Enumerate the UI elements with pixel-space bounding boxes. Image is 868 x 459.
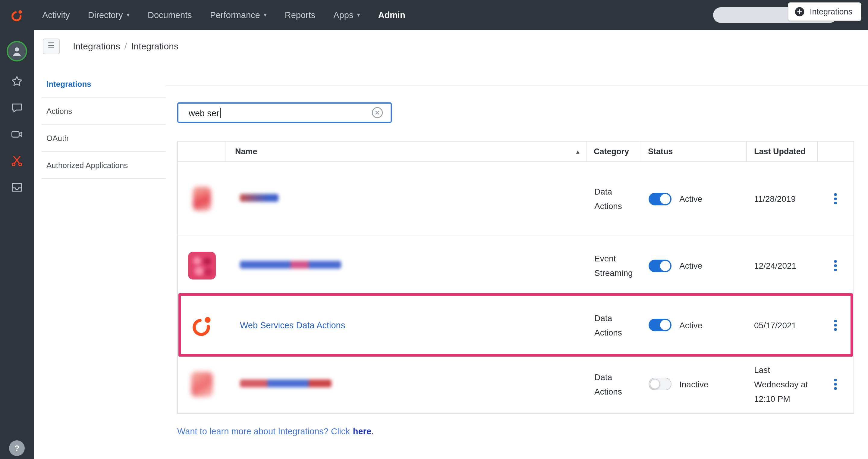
caret-down-icon: ▾ bbox=[264, 12, 267, 18]
row-category: Data Actions bbox=[587, 369, 641, 398]
brand-logo[interactable] bbox=[0, 0, 34, 30]
learn-more-text: Want to learn more about Integrations? C… bbox=[177, 426, 350, 436]
row-category: Data Actions bbox=[587, 310, 641, 339]
breadcrumb-bar: ☰ Integrations / Integrations bbox=[34, 30, 868, 62]
chat-icon[interactable] bbox=[10, 101, 24, 114]
user-avatar[interactable] bbox=[7, 41, 27, 61]
panel-header-strip bbox=[166, 62, 868, 86]
nav-directory[interactable]: Directory▾ bbox=[88, 10, 130, 20]
breadcrumb-page: Integrations bbox=[131, 41, 179, 51]
sort-ascending-icon[interactable]: ▲ bbox=[575, 149, 581, 155]
top-navigation-bar: Activity Directory▾ Documents Performanc… bbox=[0, 0, 868, 30]
text-cursor bbox=[220, 107, 221, 118]
genesys-logo-icon bbox=[10, 8, 24, 22]
row-category: Event Streaming bbox=[587, 251, 641, 280]
redacted-integration-name[interactable] bbox=[240, 261, 341, 269]
row-last-updated: 11/28/2019 bbox=[747, 192, 818, 206]
integration-name-link[interactable]: Web Services Data Actions bbox=[240, 320, 345, 330]
header-status[interactable]: Status bbox=[641, 141, 747, 161]
person-icon bbox=[10, 44, 24, 59]
redacted-integration-icon bbox=[193, 187, 211, 211]
redacted-integration-icon bbox=[191, 371, 213, 397]
row-last-updated: 05/17/2021 bbox=[747, 318, 818, 332]
status-toggle[interactable] bbox=[649, 378, 672, 390]
integrations-side-menu: Integrations Actions OAuth Authorized Ap… bbox=[41, 70, 166, 179]
caret-down-icon: ▾ bbox=[357, 12, 360, 18]
sidebar-item-oauth[interactable]: OAuth bbox=[41, 125, 166, 152]
nav-apps[interactable]: Apps▾ bbox=[333, 10, 360, 20]
status-label: Inactive bbox=[679, 379, 709, 389]
header-actions-column bbox=[818, 141, 853, 161]
header-name[interactable]: Name ▲ bbox=[225, 141, 587, 161]
status-label: Active bbox=[679, 261, 702, 270]
integrations-search-input[interactable]: web ser bbox=[177, 102, 392, 123]
breadcrumb: Integrations / Integrations bbox=[73, 41, 179, 51]
primary-nav: Activity Directory▾ Documents Performanc… bbox=[42, 10, 405, 20]
status-toggle[interactable] bbox=[649, 192, 672, 205]
row-menu-kebab-icon[interactable] bbox=[832, 191, 839, 207]
app-root: Activity Directory▾ Documents Performanc… bbox=[0, 0, 868, 459]
header-last-updated[interactable]: Last Updated bbox=[747, 141, 818, 161]
help-button[interactable]: ? bbox=[9, 440, 25, 456]
caret-down-icon: ▾ bbox=[127, 12, 130, 18]
integrations-table: Name ▲ Category Status Last Updated Data… bbox=[177, 141, 854, 414]
learn-more-note: Want to learn more about Integrations? C… bbox=[177, 426, 374, 436]
redacted-integration-name[interactable] bbox=[240, 194, 278, 202]
sidebar-item-actions[interactable]: Actions bbox=[41, 98, 166, 125]
sidebar-item-authorized-applications[interactable]: Authorized Applications bbox=[41, 152, 166, 179]
sidebar-item-integrations[interactable]: Integrations bbox=[41, 70, 166, 98]
row-category: Data Actions bbox=[587, 184, 641, 213]
nav-activity[interactable]: Activity bbox=[42, 10, 70, 20]
header-icon-column bbox=[178, 141, 225, 161]
add-integration-button[interactable]: Integrations bbox=[788, 2, 861, 21]
status-label: Active bbox=[679, 320, 702, 330]
nav-admin[interactable]: Admin bbox=[378, 10, 405, 20]
plus-circle-icon bbox=[795, 7, 805, 17]
interactions-icon[interactable] bbox=[10, 154, 24, 167]
row-last-updated: Last Wednesday at 12:10 PM bbox=[747, 362, 818, 406]
nav-reports[interactable]: Reports bbox=[285, 10, 315, 20]
nav-documents[interactable]: Documents bbox=[148, 10, 192, 20]
clear-search-icon[interactable] bbox=[371, 107, 383, 119]
table-header-row: Name ▲ Category Status Last Updated bbox=[178, 141, 854, 162]
breadcrumb-separator: / bbox=[124, 41, 127, 51]
table-row[interactable]: Data Actions Inactive Last Wednesday at … bbox=[178, 355, 854, 413]
redacted-integration-name[interactable] bbox=[240, 379, 332, 387]
status-toggle[interactable] bbox=[649, 259, 672, 272]
table-row[interactable]: Event Streaming Active 12/24/2021 bbox=[178, 236, 854, 296]
row-menu-kebab-icon[interactable] bbox=[832, 376, 839, 392]
video-call-icon[interactable] bbox=[10, 128, 24, 141]
help-icon: ? bbox=[14, 443, 19, 453]
header-category[interactable]: Category bbox=[587, 141, 641, 161]
row-last-updated: 12/24/2021 bbox=[747, 258, 818, 273]
table-row[interactable]: Data Actions Active 11/28/2019 bbox=[178, 162, 854, 236]
learn-more-link[interactable]: here bbox=[353, 426, 371, 436]
row-menu-kebab-icon[interactable] bbox=[832, 258, 839, 273]
status-toggle[interactable] bbox=[649, 319, 672, 331]
genesys-integration-icon bbox=[190, 314, 213, 336]
nav-performance[interactable]: Performance▾ bbox=[210, 10, 267, 20]
menu-hamburger-icon[interactable]: ☰ bbox=[43, 38, 60, 54]
left-rail: ? bbox=[0, 30, 34, 459]
redacted-integration-icon bbox=[188, 252, 216, 280]
status-label: Active bbox=[679, 194, 702, 204]
favorites-star-icon[interactable] bbox=[10, 75, 24, 88]
inbox-icon[interactable] bbox=[10, 181, 24, 194]
table-row-web-services-data-actions[interactable]: Web Services Data Actions Data Actions A… bbox=[178, 296, 854, 355]
row-menu-kebab-icon[interactable] bbox=[832, 317, 839, 333]
breadcrumb-section[interactable]: Integrations bbox=[73, 41, 120, 51]
search-value: web ser bbox=[189, 108, 219, 118]
